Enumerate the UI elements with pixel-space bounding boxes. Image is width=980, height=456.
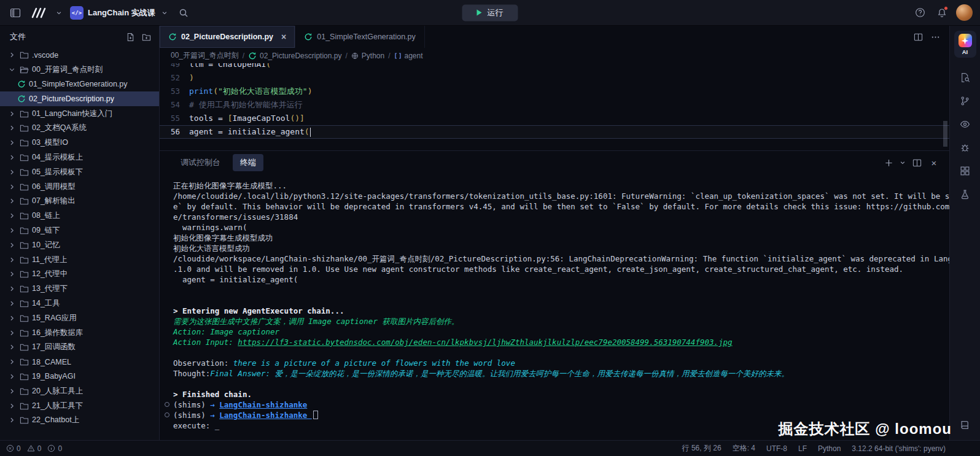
code-line[interactable]: 49llm = ChatOpenAI( (160, 63, 949, 71)
breadcrumb-item[interactable]: 00_开篇词_奇点时刻 (171, 50, 239, 61)
chevron-down-icon[interactable] (54, 5, 64, 21)
tests-icon[interactable] (960, 189, 970, 199)
tree-item[interactable]: 10_记忆 (0, 238, 159, 252)
code-line[interactable]: 52) (160, 71, 949, 85)
tree-item[interactable]: .vscode (0, 48, 159, 63)
run-button[interactable]: 运行 (462, 4, 518, 21)
app-logo[interactable] (29, 7, 48, 19)
search-icon[interactable] (176, 5, 192, 21)
status-item[interactable]: Python (818, 444, 841, 453)
split-editor-icon[interactable] (910, 29, 926, 45)
code-editor[interactable]: 49llm = ChatOpenAI(52)53print("初始化大语言模型成… (160, 63, 949, 150)
code-line[interactable]: 53print("初始化大语言模型成功") (160, 85, 949, 98)
code-text[interactable]: # 使用工具初始化智能体并运行 (189, 98, 303, 112)
tree-item[interactable]: 22_Chatbot上 (0, 413, 159, 428)
terminal-link[interactable]: LangChain-shizhanke (219, 400, 307, 409)
file-search-icon[interactable] (960, 72, 970, 83)
command-decoration-icon (165, 412, 169, 417)
terminal-link[interactable]: https://lf3-static.bytednsdoc.com/obj/ed… (238, 338, 732, 347)
status-warning[interactable]: 0 (27, 444, 42, 453)
close-panel-icon[interactable]: × (926, 155, 942, 171)
status-item[interactable]: 3.12.2 64-bit ('shims': pyenv) (852, 444, 946, 453)
tree-item[interactable]: 00_开篇词_奇点时刻 (0, 63, 159, 77)
tree-item[interactable]: 16_操作数据库 (0, 325, 159, 340)
code-line[interactable]: 56agent = initialize_agent( (160, 125, 949, 139)
more-actions-icon[interactable] (927, 29, 943, 45)
terminal-output[interactable]: 正在初始化图像字幕生成模型.../home/cloudide/.local/li… (160, 174, 949, 440)
status-item[interactable]: 空格: 4 (733, 443, 755, 454)
chevron-right-icon (7, 373, 17, 381)
project-switcher[interactable]: </> LangChain 实战课 (70, 5, 169, 21)
tree-item[interactable]: 11_代理上 (0, 252, 159, 267)
code-text[interactable]: agent = initialize_agent( (189, 125, 311, 139)
status-item[interactable]: LF (798, 444, 807, 453)
line-number[interactable]: 54 (160, 98, 189, 112)
terminal-link[interactable]: LangChain-shizhanke (219, 411, 312, 420)
debug-icon[interactable] (960, 142, 970, 153)
line-number[interactable]: 52 (160, 71, 189, 85)
tree-item[interactable]: 14_工具 (0, 296, 159, 311)
terminal-line: > Finished chain. (173, 389, 949, 400)
tree-item[interactable]: 02_PictureDescription.py (0, 91, 159, 106)
tree-item[interactable]: 15_RAG应用 (0, 311, 159, 325)
tree-item-label: 07_解析输出 (32, 196, 76, 206)
tree-item[interactable]: 03_模型IO (0, 136, 159, 150)
editor-scrollbar[interactable] (943, 121, 947, 147)
tree-item[interactable]: 01_LangChain快速入门 (0, 106, 159, 121)
tree-item[interactable]: 17_回调函数 (0, 340, 159, 355)
terminal-text: 需要为这张图生成中文推广文案，调用 Image captioner 获取图片内容… (173, 317, 459, 326)
layout-sidebar-toggle-icon[interactable] (7, 5, 23, 21)
line-number[interactable]: 55 (160, 112, 189, 125)
line-number[interactable]: 53 (160, 85, 189, 98)
editor-tab[interactable]: 02_PictureDescription.py× (160, 26, 295, 48)
tree-item[interactable]: 07_解析输出 (0, 194, 159, 209)
code-text[interactable]: print("初始化大语言模型成功") (189, 85, 312, 98)
extensions-icon[interactable] (960, 166, 970, 176)
panel-tab-debug-console[interactable]: 调试控制台 (173, 154, 228, 171)
help-icon[interactable] (912, 5, 928, 21)
docs-icon[interactable] (960, 420, 970, 430)
source-control-icon[interactable] (960, 96, 970, 106)
panel-tab-terminal[interactable]: 终端 (233, 154, 263, 171)
split-panel-icon[interactable] (909, 155, 925, 171)
tree-item[interactable]: 08_链上 (0, 209, 159, 223)
close-icon[interactable]: × (281, 32, 286, 42)
tree-item[interactable]: 01_SimpleTextGeneration.py (0, 77, 159, 92)
breadcrumb-item[interactable]: agent (394, 52, 423, 60)
tree-item[interactable]: 18_CAMEL (0, 355, 159, 369)
status-item[interactable]: 行 56, 列 26 (682, 443, 721, 454)
code-line[interactable]: 55tools = [ImageCapTool()] (160, 112, 949, 125)
tree-item[interactable]: 05_提示模板下 (0, 164, 159, 179)
tree-item[interactable]: 09_链下 (0, 223, 159, 238)
tree-item[interactable]: 13_代理下 (0, 282, 159, 296)
status-info[interactable]: 0 (47, 444, 62, 453)
avatar[interactable] (956, 4, 973, 21)
tree-item[interactable]: 06_调用模型 (0, 179, 159, 194)
code-token: ) (308, 87, 313, 96)
chevron-down-icon[interactable] (898, 155, 908, 171)
tree-item[interactable]: 20_人脉工具上 (0, 384, 159, 398)
breadcrumb-item[interactable]: Python (351, 52, 384, 60)
bell-icon[interactable] (934, 5, 950, 21)
tree-item[interactable]: 19_BabyAGI (0, 369, 159, 384)
terminal-line: warnings.warn( (173, 222, 949, 233)
tree-item[interactable]: 12_代理中 (0, 267, 159, 282)
code-text[interactable]: ) (189, 71, 194, 85)
code-text[interactable]: llm = ChatOpenAI( (189, 63, 271, 71)
tree-item[interactable]: 04_提示模板上 (0, 150, 159, 165)
status-error[interactable]: 0 (6, 444, 21, 453)
new-file-icon[interactable] (122, 29, 138, 45)
line-number[interactable]: 49 (160, 63, 189, 71)
preview-eye-icon[interactable] (960, 119, 970, 129)
tree-item[interactable]: 21_人脉工具下 (0, 398, 159, 413)
line-number[interactable]: 56 (160, 125, 189, 139)
status-item[interactable]: UTF-8 (766, 444, 787, 453)
code-line[interactable]: 54# 使用工具初始化智能体并运行 (160, 98, 949, 112)
breadcrumb-item[interactable]: 02_PictureDescription.py (248, 52, 341, 60)
new-folder-icon[interactable] (138, 29, 154, 45)
editor-tab[interactable]: 01_SimpleTextGeneration.py (295, 26, 425, 48)
code-text[interactable]: tools = [ImageCapTool()] (189, 112, 305, 125)
tree-item[interactable]: 02_文档QA系统 (0, 121, 159, 136)
new-terminal-icon[interactable] (881, 155, 896, 171)
ai-assistant-button[interactable]: AI (954, 31, 976, 58)
